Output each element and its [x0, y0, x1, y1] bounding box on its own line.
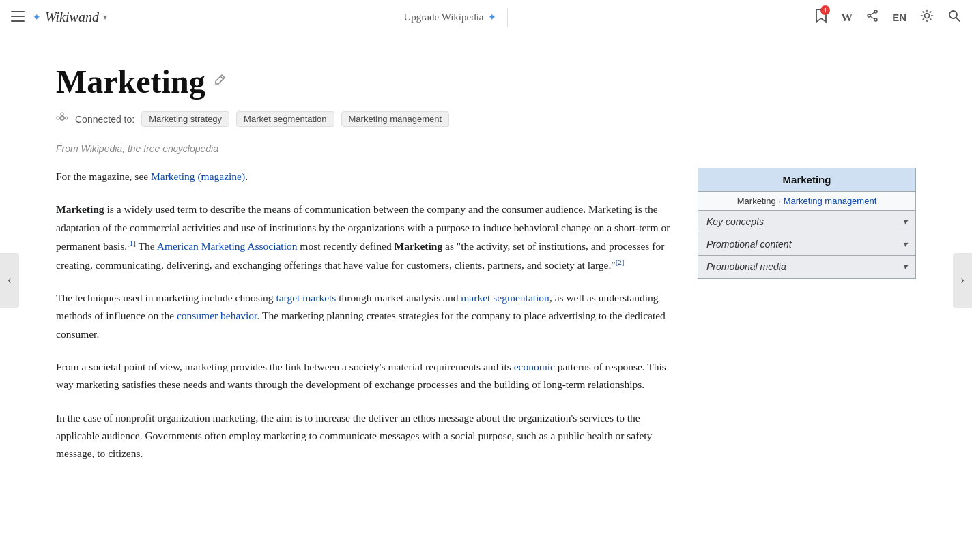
svg-point-3 [874, 10, 877, 13]
connected-tag-1[interactable]: Market segmentation [236, 111, 334, 127]
svg-point-15 [61, 113, 63, 115]
svg-line-11 [220, 76, 223, 79]
navbar-divider [507, 8, 508, 27]
logo-link[interactable]: ✦ Wikiwand ▾ [33, 10, 107, 25]
promotional-media-chevron: ▾ [903, 262, 907, 271]
svg-rect-2 [11, 20, 25, 22]
svg-rect-0 [11, 11, 25, 12]
key-concepts-header[interactable]: Key concepts ▾ [698, 211, 915, 233]
svg-point-14 [65, 117, 68, 119]
svg-line-7 [870, 16, 874, 19]
infobox-section-2: Promotional media ▾ [698, 256, 915, 278]
consumer-behavior-link[interactable]: consumer behavior [177, 310, 257, 321]
main-wrapper: Marketing Conne [0, 35, 972, 505]
infobox-section-0: Key concepts ▾ [698, 211, 915, 233]
paragraph-1: For the magazine, see Marketing (magazin… [56, 168, 676, 186]
content-area: Marketing Conne [56, 35, 916, 505]
wikipedia-icon[interactable]: W [841, 11, 853, 25]
bookmark-icon[interactable]: 1 [815, 8, 827, 27]
ref-1[interactable]: [1] [127, 239, 136, 247]
infobox-title: Marketing [698, 168, 915, 192]
infobox-subtitle-link[interactable]: Marketing management [784, 196, 877, 206]
hamburger-icon[interactable] [11, 10, 25, 25]
connected-row: Connected to: Marketing strategy Market … [56, 111, 916, 127]
marketing-bold: Marketing [56, 203, 104, 215]
svg-point-12 [60, 116, 64, 120]
para1-prefix: For the magazine, see [56, 171, 151, 182]
key-concepts-label: Key concepts [706, 216, 764, 227]
promotional-media-label: Promotional media [706, 261, 786, 272]
promotional-content-header[interactable]: Promotional content ▾ [698, 233, 915, 255]
navbar-center: Upgrade Wikipedia ✦ [107, 8, 815, 27]
ama-link[interactable]: American Marketing Association [157, 240, 298, 252]
svg-point-9 [949, 11, 957, 18]
settings-icon[interactable] [920, 9, 934, 26]
edit-icon[interactable] [214, 74, 226, 89]
promotional-content-label: Promotional content [706, 239, 792, 250]
svg-line-10 [956, 18, 960, 21]
svg-point-4 [868, 14, 870, 17]
infobox-subtitle: Marketing · Marketing management [698, 192, 915, 211]
market-segmentation-link[interactable]: market segmentation [461, 292, 549, 304]
promotional-content-chevron: ▾ [903, 239, 907, 249]
paragraph-2: Marketing is a widely used term to descr… [56, 201, 676, 274]
article-body: For the magazine, see Marketing (magazin… [56, 168, 676, 478]
upgrade-button[interactable]: Upgrade Wikipedia ✦ [404, 12, 496, 23]
svg-point-13 [57, 117, 59, 119]
logo-text: Wikiwand [45, 10, 99, 25]
upgrade-wand-icon: ✦ [488, 12, 496, 23]
target-markets-link[interactable]: target markets [276, 292, 336, 304]
key-concepts-chevron: ▾ [903, 217, 907, 226]
connected-label: Connected to: [75, 114, 134, 125]
promotional-media-header[interactable]: Promotional media ▾ [698, 256, 915, 278]
language-button[interactable]: EN [892, 12, 906, 23]
svg-rect-1 [11, 16, 25, 17]
navbar-right: 1 W EN [815, 8, 961, 27]
economic-link[interactable]: economic [514, 361, 555, 372]
connected-tag-0[interactable]: Marketing strategy [141, 111, 229, 127]
connected-tag-2[interactable]: Marketing management [341, 111, 450, 127]
bookmark-badge: 1 [820, 5, 830, 15]
next-arrow[interactable]: › [953, 253, 972, 308]
upgrade-label: Upgrade Wikipedia [404, 12, 484, 23]
share-icon[interactable] [866, 10, 878, 25]
marketing-magazine-link[interactable]: Marketing (magazine) [151, 171, 245, 182]
infobox: Marketing Marketing · Marketing manageme… [698, 168, 916, 279]
paragraph-5: In the case of nonprofit organization ma… [56, 409, 676, 463]
logo-sparkle-icon: ✦ [33, 12, 41, 23]
svg-point-8 [925, 14, 930, 18]
paragraph-4: From a societal point of view, marketing… [56, 358, 676, 394]
paragraph-3: The techniques used in marketing include… [56, 289, 676, 343]
svg-point-5 [874, 18, 877, 21]
search-icon[interactable] [947, 9, 961, 26]
page-title: Marketing [56, 63, 916, 100]
marketing-bold-2: Marketing [395, 240, 443, 252]
navbar-left: ✦ Wikiwand ▾ [11, 10, 107, 25]
prev-arrow[interactable]: ‹ [0, 253, 19, 308]
infobox-section-1: Promotional content ▾ [698, 233, 915, 256]
navbar: ✦ Wikiwand ▾ Upgrade Wikipedia ✦ 1 W [0, 0, 972, 35]
article-layout: For the magazine, see Marketing (magazin… [56, 168, 916, 478]
wiki-source: From Wikipedia, the free encyclopedia [56, 143, 916, 154]
ref-2[interactable]: [2] [616, 258, 625, 266]
svg-line-6 [870, 12, 874, 15]
connected-icon [56, 112, 68, 127]
